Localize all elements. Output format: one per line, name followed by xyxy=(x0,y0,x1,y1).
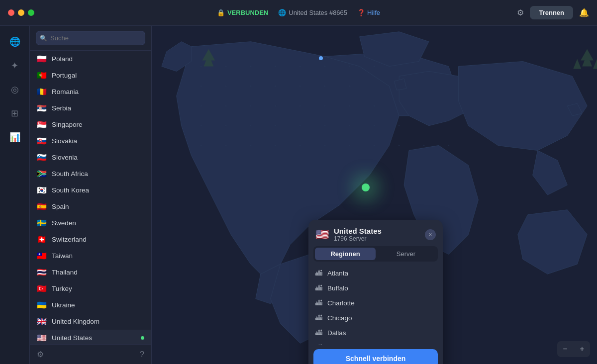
country-item-thailand[interactable]: 🇹🇭 Thailand xyxy=(30,264,151,280)
country-name-taiwan: Taiwan xyxy=(52,252,73,260)
svg-point-14 xyxy=(324,86,326,87)
country-item-southafrica[interactable]: 🇿🇦 South Africa xyxy=(30,166,151,182)
server-label: 🌐 United States #8665 xyxy=(278,9,347,16)
svg-point-13 xyxy=(299,86,301,87)
country-item-serbia[interactable]: 🇷🇸 Serbia xyxy=(30,100,151,116)
popup-close-button[interactable]: × xyxy=(425,229,436,240)
connected-label: VERBUNDEN xyxy=(227,9,268,16)
sidebar-item-target[interactable]: ◎ xyxy=(5,80,25,99)
city-icon-buffalo: 🏙 xyxy=(315,284,322,292)
country-item-spain[interactable]: 🇪🇸 Spain xyxy=(30,198,151,215)
sidebar-item-specialty[interactable]: ✦ xyxy=(5,56,25,76)
sidebar-item-layers[interactable]: ⊞ xyxy=(5,103,25,123)
flag-sweden: 🇸🇪 xyxy=(37,218,47,228)
quick-connect-button[interactable]: Schnell verbinden xyxy=(313,349,438,364)
sidebar-bottom: ⚙ ? xyxy=(30,344,151,364)
search-input[interactable] xyxy=(36,31,145,45)
svg-point-28 xyxy=(299,125,301,126)
country-item-turkey[interactable]: 🇹🇷 Turkey xyxy=(30,280,151,297)
country-item-ukraine[interactable]: 🇺🇦 Ukraine xyxy=(30,297,151,313)
country-item-slovakia[interactable]: 🇸🇰 Slovakia xyxy=(30,133,151,149)
city-item-charlotte[interactable]: 🏙 Charlotte xyxy=(308,295,443,310)
disconnect-button[interactable]: Trennen xyxy=(530,6,573,19)
svg-point-42 xyxy=(423,145,424,146)
city-item-chicago[interactable]: 🏙 Chicago xyxy=(308,310,443,325)
traffic-lights xyxy=(8,9,34,16)
maximize-button[interactable] xyxy=(28,9,34,16)
svg-point-40 xyxy=(374,145,375,146)
city-item-buffalo[interactable]: 🏙 Buffalo xyxy=(308,280,443,295)
sidebar-item-stats[interactable]: 📊 xyxy=(5,127,25,147)
country-name-switzerland: Switzerland xyxy=(52,236,87,243)
country-name-serbia: Serbia xyxy=(52,104,71,112)
country-item-southkorea[interactable]: 🇰🇷 South Korea xyxy=(30,182,151,198)
city-icon-atlanta: 🏙 xyxy=(315,269,322,277)
city-item-dallas[interactable]: 🏙 Dallas xyxy=(308,325,443,340)
flag-poland: 🇵🇱 xyxy=(37,54,47,64)
popup-tab-servers[interactable]: Server xyxy=(376,248,436,260)
city-name-chicago: Chicago xyxy=(327,314,352,322)
country-list-panel: 🔍 🇵🇱 Poland 🇵🇹 Portugal 🇷🇴 Romania 🇷🇸 Se… xyxy=(30,26,152,364)
popup-title: United States xyxy=(334,227,382,235)
svg-point-5 xyxy=(299,66,301,67)
country-item-romania[interactable]: 🇷🇴 Romania xyxy=(30,84,151,100)
city-name-atlanta: Atlanta xyxy=(327,270,348,277)
flag-turkey: 🇹🇷 xyxy=(37,284,47,293)
online-indicator xyxy=(141,336,144,340)
country-item-singapore[interactable]: 🇸🇬 Singapore xyxy=(30,116,151,133)
country-item-switzerland[interactable]: 🇨🇭 Switzerland xyxy=(30,231,151,248)
zoom-out-button[interactable]: − xyxy=(557,341,573,357)
country-name-uk: United Kingdom xyxy=(52,318,100,325)
popup-header: 🇺🇸 United States 1796 Server × xyxy=(308,220,443,246)
country-name-slovakia: Slovakia xyxy=(52,137,77,145)
close-button[interactable] xyxy=(8,9,14,16)
flag-spain: 🇪🇸 xyxy=(37,202,47,211)
flag-romania: 🇷🇴 xyxy=(37,87,47,96)
country-scroll-list[interactable]: 🇵🇱 Poland 🇵🇹 Portugal 🇷🇴 Romania 🇷🇸 Serb… xyxy=(30,51,151,344)
country-item-uk[interactable]: 🇬🇧 United Kingdom xyxy=(30,313,151,330)
country-name-poland: Poland xyxy=(52,55,73,63)
svg-point-27 xyxy=(275,125,276,126)
country-item-us[interactable]: 🇺🇸 United States xyxy=(30,330,151,344)
popup-tab-regions[interactable]: Regionen xyxy=(315,248,376,260)
country-item-slovenia[interactable]: 🇸🇮 Slovenia xyxy=(30,149,151,166)
help-button[interactable]: ❓ Hilfe xyxy=(357,9,380,16)
minimize-button[interactable] xyxy=(18,9,24,16)
help-icon: ❓ xyxy=(357,9,365,16)
country-name-singapore: Singapore xyxy=(52,121,83,128)
sidebar-icons: 🌐 ✦ ◎ ⊞ 📊 xyxy=(0,26,30,364)
sidebar-settings-icon[interactable]: ⚙ xyxy=(37,350,44,359)
map-zoom-controls: − + xyxy=(557,341,590,357)
country-name-slovenia: Slovenia xyxy=(52,154,78,161)
city-item-denver[interactable]: 🏙 Denver xyxy=(308,340,443,345)
notification-bell-icon[interactable]: 🔔 xyxy=(579,8,589,17)
country-item-sweden[interactable]: 🇸🇪 Sweden xyxy=(30,215,151,231)
sidebar-help-icon[interactable]: ? xyxy=(140,350,144,359)
settings-icon[interactable]: ⚙ xyxy=(517,8,524,17)
flag-slovakia: 🇸🇰 xyxy=(37,136,47,146)
country-name-romania: Romania xyxy=(52,88,79,95)
connection-status: 🔒 VERBUNDEN xyxy=(217,9,268,16)
city-item-atlanta[interactable]: 🏙 Atlanta xyxy=(308,266,443,280)
svg-point-31 xyxy=(374,125,375,126)
svg-point-19 xyxy=(275,105,276,107)
svg-point-35 xyxy=(250,145,251,146)
svg-point-34 xyxy=(225,145,227,146)
zoom-in-button[interactable]: + xyxy=(574,341,590,357)
city-icon-chicago: 🏙 xyxy=(315,314,322,322)
city-name-buffalo: Buffalo xyxy=(327,284,348,292)
titlebar-left xyxy=(8,9,38,16)
country-item-taiwan[interactable]: 🇹🇼 Taiwan xyxy=(30,248,151,264)
help-label: Hilfe xyxy=(367,9,380,16)
flag-uk: 🇬🇧 xyxy=(37,317,47,326)
svg-point-37 xyxy=(299,145,301,146)
country-item-poland[interactable]: 🇵🇱 Poland xyxy=(30,51,151,67)
popup-city-list[interactable]: 🏙 Atlanta 🏙 Buffalo 🏙 Charlotte 🏙 Chicag… xyxy=(308,266,443,345)
country-item-portugal[interactable]: 🇵🇹 Portugal xyxy=(30,67,151,84)
sidebar-item-globe[interactable]: 🌐 xyxy=(5,32,25,52)
popup-subtitle: 1796 Server xyxy=(334,235,382,242)
server-dot-1 xyxy=(319,56,323,60)
city-icon-charlotte: 🏙 xyxy=(315,299,322,307)
popup-tabs: Regionen Server xyxy=(313,246,438,262)
svg-point-22 xyxy=(349,105,350,107)
